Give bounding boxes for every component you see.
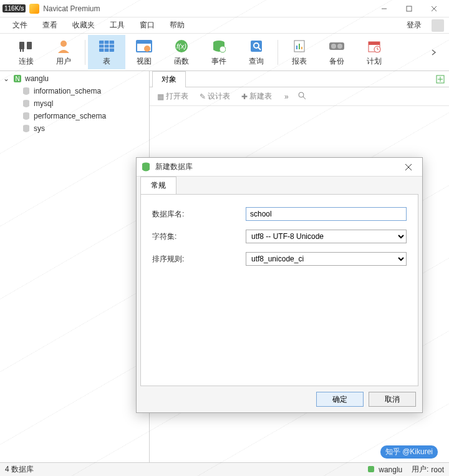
cancel-button[interactable]: 取消 bbox=[369, 392, 416, 407]
status-user-label: 用户: bbox=[412, 464, 428, 475]
backup-icon bbox=[328, 37, 345, 55]
status-user-value: root bbox=[431, 465, 444, 474]
svg-line-46 bbox=[303, 97, 306, 99]
search-button[interactable] bbox=[297, 91, 309, 102]
svg-text:f(x): f(x) bbox=[176, 42, 186, 50]
tool-schedule[interactable]: 计划 bbox=[355, 35, 393, 69]
dialog-close-button[interactable] bbox=[400, 158, 417, 176]
menu-tools[interactable]: 工具 bbox=[102, 17, 132, 33]
close-icon bbox=[405, 163, 412, 171]
tool-backup[interactable]: 备份 bbox=[318, 35, 355, 69]
tool-view[interactable]: 视图 bbox=[125, 35, 163, 69]
svg-rect-1 bbox=[407, 6, 412, 11]
tool-table[interactable]: 表 bbox=[88, 35, 125, 69]
svg-rect-50 bbox=[368, 466, 374, 472]
design-icon: ✎ bbox=[200, 92, 206, 101]
dialog-titlebar: 新建数据库 bbox=[137, 158, 422, 177]
toolbar-separator bbox=[85, 40, 85, 65]
main-toolbar: 连接 用户 表 视图 f(x) 函数 事件 查询 报表 备份 计划 bbox=[0, 34, 449, 71]
maximize-button[interactable] bbox=[397, 0, 422, 17]
dialog-footer: 确定 取消 bbox=[137, 386, 422, 412]
network-speed-badge: 116K/s bbox=[2, 4, 26, 12]
dialog-tabs: 常规 bbox=[137, 177, 422, 194]
svg-point-45 bbox=[299, 92, 304, 97]
tool-function[interactable]: f(x) 函数 bbox=[163, 35, 200, 69]
dialog-body: 数据库名: 字符集: utf8 -- UTF-8 Unicode 排序规则: u… bbox=[140, 194, 418, 386]
db-name-input[interactable] bbox=[246, 207, 407, 221]
tool-query[interactable]: 查询 bbox=[238, 35, 275, 69]
svg-rect-25 bbox=[296, 46, 297, 49]
user-icon bbox=[55, 37, 72, 55]
app-logo-icon bbox=[29, 4, 39, 14]
collation-select[interactable]: utf8_unicode_ci bbox=[246, 252, 407, 266]
tool-report[interactable]: 报表 bbox=[281, 35, 318, 69]
toolbar-more[interactable]: » bbox=[284, 92, 289, 101]
menubar: 文件 查看 收藏夹 工具 窗口 帮助 登录 bbox=[0, 17, 449, 34]
ok-button[interactable]: 确定 bbox=[316, 392, 364, 407]
tool-user[interactable]: 用户 bbox=[45, 35, 82, 69]
toolbar-overflow[interactable] bbox=[427, 46, 442, 59]
tool-event[interactable]: 事件 bbox=[200, 35, 238, 69]
tree-connection[interactable]: ⌄ N wanglu bbox=[0, 72, 149, 85]
svg-rect-15 bbox=[137, 41, 152, 44]
svg-rect-27 bbox=[301, 47, 302, 49]
add-tab-button[interactable] bbox=[434, 73, 447, 85]
toolbar-separator bbox=[278, 40, 278, 65]
svg-rect-4 bbox=[19, 42, 24, 49]
collation-label: 排序规则: bbox=[152, 254, 246, 265]
table-icon bbox=[98, 37, 115, 55]
database-icon bbox=[21, 124, 31, 134]
new-database-dialog: 新建数据库 常规 数据库名: 字符集: utf8 -- UTF-8 Unicod… bbox=[136, 157, 423, 413]
svg-point-29 bbox=[331, 44, 336, 49]
svg-point-20 bbox=[220, 46, 226, 52]
tree-database[interactable]: sys bbox=[0, 122, 149, 135]
svg-rect-5 bbox=[27, 42, 32, 49]
chevron-right-icon bbox=[430, 49, 438, 56]
watermark: 知乎 @Kikurei bbox=[380, 445, 438, 459]
search-icon bbox=[297, 91, 306, 100]
connection-icon: N bbox=[12, 74, 22, 84]
minimize-button[interactable] bbox=[372, 0, 397, 17]
object-toolbar: ▦打开表 ✎设计表 ✚新建表 » bbox=[150, 87, 449, 106]
status-connection-name: wanglu bbox=[379, 465, 402, 474]
menu-window[interactable]: 窗口 bbox=[132, 17, 162, 33]
tree-database[interactable]: information_schema bbox=[0, 85, 149, 97]
database-icon bbox=[21, 99, 31, 109]
tree-database[interactable]: performance_schema bbox=[0, 110, 149, 122]
new-table-button[interactable]: ✚新建表 bbox=[239, 90, 274, 103]
view-icon bbox=[135, 37, 153, 55]
tab-objects[interactable]: 对象 bbox=[152, 71, 186, 87]
svg-point-16 bbox=[144, 46, 150, 52]
tool-connection[interactable]: 连接 bbox=[7, 35, 45, 69]
svg-rect-32 bbox=[369, 42, 380, 45]
menu-favorites[interactable]: 收藏夹 bbox=[65, 17, 102, 33]
svg-text:N: N bbox=[15, 75, 19, 82]
dialog-tab-general[interactable]: 常规 bbox=[140, 177, 176, 194]
status-connection: wanglu 用户: root bbox=[367, 464, 444, 475]
database-icon bbox=[21, 86, 31, 96]
menu-help[interactable]: 帮助 bbox=[162, 17, 192, 33]
maximize-icon bbox=[406, 6, 412, 12]
svg-rect-26 bbox=[299, 44, 300, 49]
status-db-count: 4 数据库 bbox=[5, 464, 367, 475]
open-table-button[interactable]: ▦打开表 bbox=[155, 90, 191, 103]
query-icon bbox=[248, 37, 265, 55]
charset-select[interactable]: utf8 -- UTF-8 Unicode bbox=[246, 230, 407, 243]
menu-login[interactable]: 登录 bbox=[399, 17, 429, 33]
menu-file[interactable]: 文件 bbox=[5, 17, 35, 33]
close-button[interactable] bbox=[422, 0, 447, 17]
tree-database[interactable]: mysql bbox=[0, 97, 149, 110]
sidebar: ⌄ N wanglu information_schema mysql perf… bbox=[0, 71, 150, 462]
collapse-icon[interactable]: ⌄ bbox=[2, 74, 10, 83]
close-icon bbox=[431, 6, 437, 12]
svg-point-30 bbox=[337, 44, 342, 49]
user-avatar-icon[interactable] bbox=[432, 19, 444, 32]
svg-rect-9 bbox=[99, 41, 114, 52]
database-icon bbox=[21, 111, 31, 121]
window-titlebar: 116K/s Navicat Premium bbox=[0, 0, 449, 17]
svg-point-8 bbox=[60, 41, 67, 47]
open-icon: ▦ bbox=[157, 92, 164, 101]
menu-view[interactable]: 查看 bbox=[35, 17, 65, 33]
connection-icon bbox=[367, 465, 376, 474]
design-table-button[interactable]: ✎设计表 bbox=[197, 90, 233, 103]
